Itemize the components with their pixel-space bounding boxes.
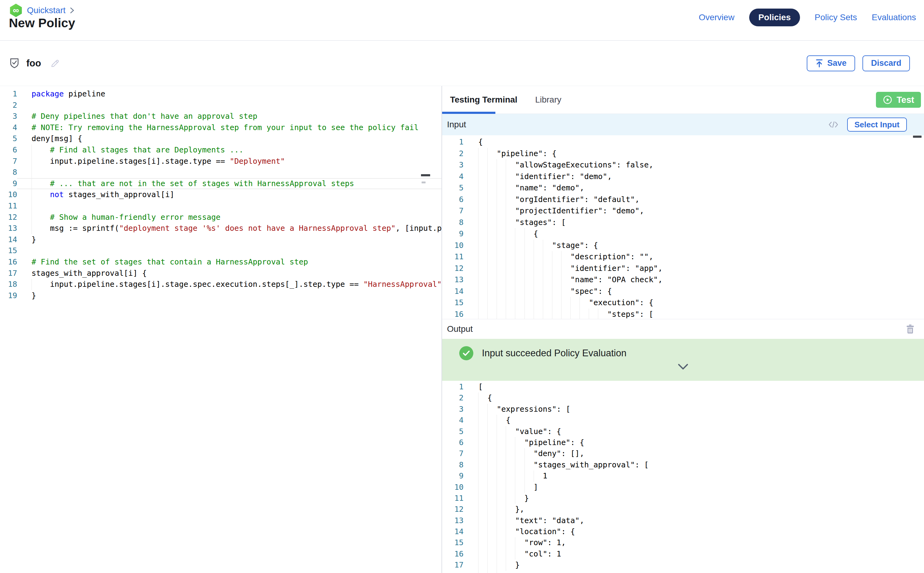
code-line[interactable]: 9 # ... that are not in the set of stage… [0,178,442,189]
code-line[interactable]: 5 "value": { [442,426,924,437]
code-line[interactable]: 7 "projectIdentifier": "demo", [442,205,924,217]
indent-guide [496,459,497,470]
indent-guide [525,448,525,459]
indent-guide [496,274,497,286]
code-line[interactable]: 1[ [442,381,924,392]
save-button[interactable]: Save [807,55,855,71]
indent-guide [525,240,525,251]
code-line[interactable]: 12 "identifier": "app", [442,263,924,274]
code-line[interactable]: 5 "name": "demo", [442,182,924,194]
nav-policies[interactable]: Policies [749,9,800,26]
nav-evaluations[interactable]: Evaluations [872,13,916,22]
code-line[interactable]: 2 "pipeline": { [442,148,924,160]
code-line[interactable]: 1package pipeline [0,88,442,100]
code-line[interactable]: 12 }, [442,504,924,515]
code-line[interactable]: 7 "deny": [], [442,448,924,459]
code-line[interactable]: 2 [0,100,442,111]
code-line[interactable]: 15 "row": 1, [442,537,924,548]
code-line[interactable]: 11 "description": "", [442,251,924,263]
code-line[interactable]: 16 "steps": [ [442,308,924,319]
code-line[interactable]: 15 [0,245,442,257]
code-line[interactable]: 7 input.pipeline.stages[i].stage.type ==… [0,156,442,167]
discard-button[interactable]: Discard [863,55,910,71]
code-line[interactable]: 8 [0,167,442,178]
code-text: } [17,234,442,246]
code-line[interactable]: 17 } [442,559,924,571]
code-text: "stages_with_approval": [ [464,459,924,470]
code-line[interactable]: 6 "orgIdentifier": "default", [442,194,924,205]
code-line[interactable]: 10 not stages_with_approval[i] [0,189,442,200]
code-line[interactable]: 3 "expressions": [ [442,404,924,415]
code-line[interactable]: 6 "pipeline": { [442,437,924,448]
breadcrumb-project-link[interactable]: Quickstart [27,6,66,15]
code-line[interactable]: 19} [0,290,442,302]
code-line[interactable]: 14 "location": { [442,526,924,537]
line-number: 16 [0,257,17,268]
terminal-tabs: Testing Terminal Library Test [442,86,924,114]
code-icon[interactable] [828,120,839,129]
code-line[interactable]: 11 [0,200,442,212]
nav-policy-sets[interactable]: Policy Sets [815,13,857,22]
line-number: 8 [0,167,17,178]
code-text [17,167,442,178]
code-line[interactable]: 8 "stages": [ [442,217,924,229]
select-input-button[interactable]: Select Input [847,117,907,132]
code-line[interactable]: 15 "execution": { [442,297,924,308]
code-line[interactable]: 3# Deny pipelines that don't have an app… [0,111,442,122]
line-number: 9 [442,228,464,240]
code-line[interactable]: 4# NOTE: Try removing the HarnessApprova… [0,122,442,133]
upload-icon [815,59,823,67]
edit-pencil-icon[interactable] [50,58,60,69]
code-line[interactable]: 18 } [442,571,924,573]
nav-overview[interactable]: Overview [698,13,735,22]
code-line[interactable]: 11 } [442,493,924,504]
code-line[interactable]: 13 "text": "data", [442,515,924,526]
output-json-editor[interactable]: 1[2 {3 "expressions": [4 {5 "value": {6 … [442,381,924,573]
collapse-chevron-icon[interactable] [677,363,689,372]
code-line[interactable]: 16 "col": 1 [442,548,924,559]
indent-guide [561,308,562,319]
indent-guide [478,251,479,263]
indent-guide [579,308,580,319]
line-number: 18 [0,279,17,290]
code-line[interactable]: 14} [0,234,442,246]
code-line[interactable]: 4 { [442,415,924,426]
code-line[interactable]: 1{ [442,136,924,148]
code-text: # NOTE: Try removing the HarnessApproval… [17,122,442,133]
indent-guide [478,448,479,459]
code-line[interactable]: 16# Find the set of stages that contain … [0,257,442,268]
code-text: input.pipeline.stages[i].stage.spec.exec… [17,279,442,290]
input-json-editor[interactable]: 1{2 "pipeline": {3 "allowStageExecutions… [442,135,924,319]
code-line[interactable]: 10 ] [442,482,924,493]
code-text: not stages_with_approval[i] [17,189,442,200]
code-line[interactable]: 5deny[msg] { [0,133,442,144]
evaluation-status-message: Input succeeded Policy Evaluation [482,346,626,360]
trash-icon[interactable] [904,323,916,335]
tab-testing-terminal[interactable]: Testing Terminal [450,95,517,105]
indent-guide [487,194,488,205]
code-line[interactable]: 4 "identifier": "demo", [442,171,924,182]
test-button[interactable]: Test [876,92,921,108]
rego-editor[interactable]: 1package pipeline23# Deny pipelines that… [0,86,442,573]
indent-guide [478,182,479,194]
code-line[interactable]: 14 "spec": { [442,286,924,297]
code-line[interactable]: 18 input.pipeline.stages[i].stage.spec.e… [0,279,442,290]
code-line[interactable]: 3 "allowStageExecutions": false, [442,159,924,171]
code-line[interactable]: 13 "name": "OPA check", [442,274,924,286]
code-line[interactable]: 10 "stage": { [442,240,924,251]
code-line[interactable]: 2 { [442,392,924,404]
code-line[interactable]: 9 { [442,228,924,240]
tab-library[interactable]: Library [535,95,562,105]
code-line[interactable]: 8 "stages_with_approval": [ [442,459,924,470]
line-number: 9 [0,178,17,189]
code-line[interactable]: 9 1 [442,470,924,481]
code-text: } [464,559,924,571]
code-line[interactable]: 12 # Show a human-friendly error message [0,212,442,223]
code-text: stages_with_approval[i] { [17,268,442,279]
indent-guide [570,297,571,308]
code-line[interactable]: 17stages_with_approval[i] { [0,268,442,279]
indent-guide [543,286,543,297]
code-line[interactable]: 6 # Find all stages that are Deployments… [0,144,442,156]
code-line[interactable]: 13 msg := sprintf("deployment stage '%s'… [0,223,442,234]
line-number: 12 [442,263,464,274]
